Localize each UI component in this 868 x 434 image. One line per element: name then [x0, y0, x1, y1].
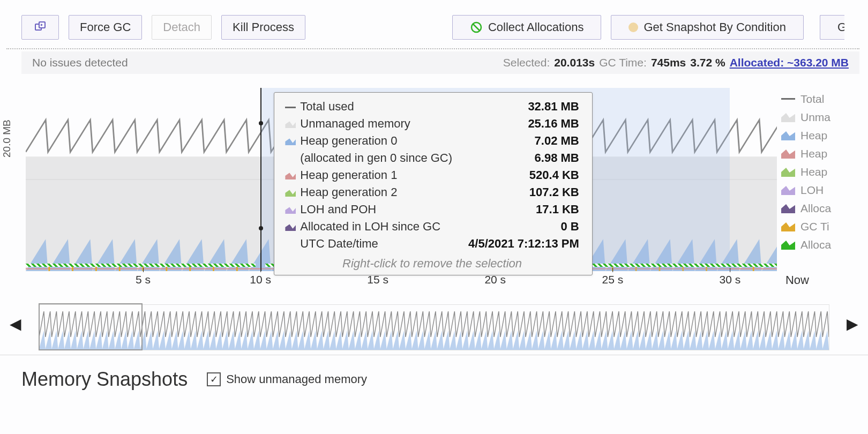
- status-bar: No issues detected Selected: 20.013s GC …: [21, 51, 859, 74]
- legend-item[interactable]: LOH: [781, 181, 868, 199]
- legend-swatch: [781, 113, 795, 122]
- collect-allocations-button[interactable]: Collect Allocations: [452, 15, 602, 40]
- legend-label: Alloca: [800, 238, 831, 251]
- checkbox-icon: ✓: [207, 372, 221, 386]
- legend-swatch: [781, 149, 795, 159]
- gc-time-label: GC Time:: [599, 56, 647, 69]
- legend-swatch: [781, 167, 795, 177]
- chart-canvas[interactable]: Total used32.81 MBUnmanaged memory25.16 …: [26, 88, 777, 271]
- snapshots-title: Memory Snapshots: [21, 368, 188, 391]
- get-snapshot-label: G: [837, 20, 847, 34]
- svg-line-4: [473, 24, 480, 31]
- legend-item[interactable]: GC Ti: [781, 218, 868, 236]
- toolbar: Force GC Detach Kill Process Collect All…: [0, 0, 868, 48]
- memory-chart[interactable]: 20.0 MB Total used32.81 MBUnmanaged memo…: [0, 77, 868, 302]
- legend-swatch: [781, 94, 795, 104]
- force-gc-button[interactable]: Force GC: [69, 15, 142, 40]
- legend-item[interactable]: Unma: [781, 108, 868, 126]
- x-tick: 25 s: [602, 273, 623, 286]
- legend-item[interactable]: Heap: [781, 163, 868, 181]
- x-tick: 5 s: [136, 273, 151, 286]
- kill-process-label: Kill Process: [233, 20, 294, 34]
- legend-swatch: [781, 222, 795, 231]
- x-tick: 30 s: [720, 273, 741, 286]
- gc-time-pct: 3.72 %: [690, 56, 725, 69]
- scroll-right-icon[interactable]: ▶: [847, 315, 858, 333]
- legend-label: Heap: [800, 147, 827, 160]
- force-gc-label: Force GC: [80, 20, 131, 34]
- scroll-left-icon[interactable]: ◀: [10, 315, 21, 333]
- legend-label: Heap: [800, 129, 827, 142]
- selected-value: 20.013s: [554, 56, 595, 69]
- open-process-icon: [34, 21, 47, 34]
- time-cursor[interactable]: [260, 88, 261, 271]
- show-unmanaged-checkbox[interactable]: ✓ Show unmanaged memory: [207, 372, 367, 386]
- x-axis: Now 5 s10 s15 s20 s25 s30 s: [26, 273, 777, 293]
- dot-icon: [628, 23, 638, 32]
- snapshots-panel: Memory Snapshots ✓ Show unmanaged memory: [0, 355, 868, 391]
- y-axis-label: 20.0 MB: [1, 119, 13, 158]
- legend: TotalUnmaHeapHeapHeapLOHAllocaGC TiAlloc…: [781, 90, 868, 254]
- legend-label: Heap: [800, 166, 827, 178]
- x-tick: 10 s: [250, 273, 271, 286]
- legend-swatch: [781, 240, 795, 250]
- legend-item[interactable]: Heap: [781, 126, 868, 145]
- now-label: Now: [785, 273, 809, 287]
- overview-track[interactable]: [39, 304, 829, 350]
- forbidden-icon: [470, 21, 483, 34]
- open-process-button[interactable]: [21, 15, 59, 40]
- legend-item[interactable]: Alloca: [781, 199, 868, 218]
- legend-item[interactable]: Alloca: [781, 236, 868, 254]
- tooltip: Total used32.81 MBUnmanaged memory25.16 …: [274, 92, 592, 275]
- legend-item[interactable]: Total: [781, 90, 868, 108]
- snapshot-condition-label: Get Snapshot By Condition: [643, 20, 785, 34]
- legend-label: Unma: [800, 111, 830, 124]
- legend-swatch: [781, 204, 795, 213]
- legend-swatch: [781, 185, 795, 195]
- legend-item[interactable]: Heap: [781, 145, 868, 163]
- detach-button: Detach: [152, 15, 212, 40]
- selected-label: Selected:: [503, 56, 550, 69]
- overview-scroll[interactable]: ◀ ▶: [5, 302, 863, 351]
- snapshot-condition-button[interactable]: Get Snapshot By Condition: [611, 15, 803, 40]
- show-unmanaged-label: Show unmanaged memory: [226, 372, 367, 386]
- allocated-link[interactable]: Allocated: ~363.20 MB: [730, 56, 849, 69]
- legend-label: GC Ti: [800, 220, 829, 233]
- gc-time-value: 745ms: [651, 56, 686, 69]
- separator: [6, 48, 859, 49]
- collect-allocations-label: Collect Allocations: [488, 20, 584, 34]
- overview-window[interactable]: [39, 303, 143, 350]
- legend-label: LOH: [800, 184, 824, 197]
- legend-label: Total: [800, 93, 824, 106]
- get-snapshot-button[interactable]: G: [820, 15, 847, 40]
- detach-label: Detach: [163, 20, 200, 34]
- issues-status: No issues detected: [32, 56, 499, 69]
- legend-label: Alloca: [800, 202, 831, 215]
- kill-process-button[interactable]: Kill Process: [221, 15, 305, 40]
- legend-swatch: [781, 131, 795, 140]
